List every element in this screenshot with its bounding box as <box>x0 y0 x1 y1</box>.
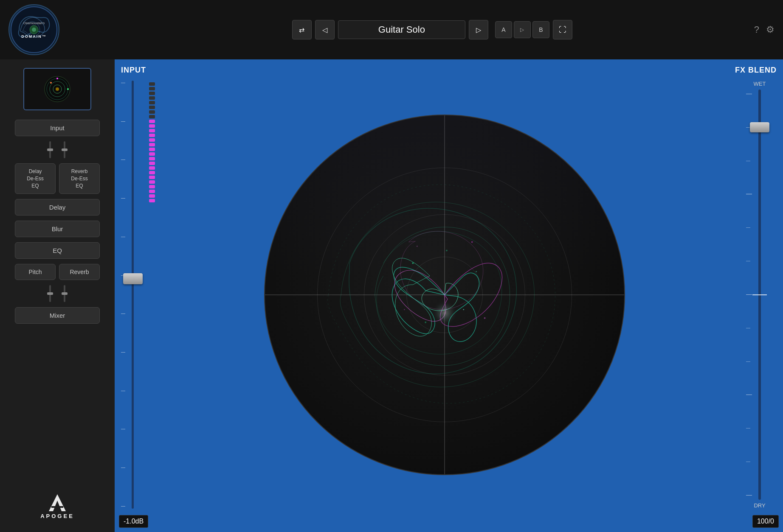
visualizer-box[interactable] <box>23 68 91 110</box>
apogee-text: APOGEE <box>0 513 115 519</box>
meter-dot-active <box>149 157 155 160</box>
tick <box>746 294 752 295</box>
shuffle-button[interactable]: ⇄ <box>292 20 312 39</box>
fx-blend-center-tick <box>752 294 767 295</box>
fx-ticks <box>746 90 752 500</box>
meter-dot-active <box>149 171 155 174</box>
tick <box>746 261 750 261</box>
meter-dot-inactive <box>149 115 155 118</box>
meter-dot-active <box>149 148 155 151</box>
a-button[interactable]: A <box>495 21 512 38</box>
ab-group: A ▷ B <box>495 21 549 38</box>
delay-de-ess-eq-button[interactable]: DelayDe-EssEQ <box>15 163 56 194</box>
apogee-logo: APOGEE <box>0 492 115 519</box>
pitch-button[interactable]: Pitch <box>15 264 56 280</box>
meter-dot-inactive <box>149 82 155 86</box>
meter-dot-active <box>149 166 155 170</box>
meter-dot-active <box>149 176 155 179</box>
wet-label: WET <box>754 81 766 87</box>
svg-point-16 <box>476 271 477 272</box>
meter-dot-inactive <box>149 92 155 95</box>
tick <box>746 361 750 362</box>
tick <box>121 506 125 507</box>
blur-button[interactable]: Blur <box>15 221 100 237</box>
input-slider-left[interactable] <box>49 141 51 158</box>
fader-track[interactable] <box>132 81 134 509</box>
input-button[interactable]: Input <box>15 120 100 136</box>
meter-dot-active <box>149 162 155 165</box>
meter-dot-active <box>149 194 155 198</box>
meter-dot-active <box>149 129 155 132</box>
fader-column <box>121 81 142 509</box>
svg-point-10 <box>56 78 58 79</box>
fx-blend-thumb[interactable] <box>750 122 769 132</box>
eq-button[interactable]: EQ <box>15 242 100 259</box>
prev-button[interactable]: ◁ <box>315 20 335 39</box>
help-button[interactable]: ? <box>754 24 759 35</box>
svg-text:Clearmountain's: Clearmountain's <box>23 22 45 25</box>
tick <box>121 314 125 314</box>
tick <box>746 94 752 94</box>
settings-button[interactable]: ⚙ <box>766 24 775 35</box>
meter-dot-active <box>149 124 155 128</box>
meter-dot-inactive <box>149 106 155 109</box>
delay-button[interactable]: Delay <box>15 199 100 216</box>
tick <box>746 395 752 395</box>
meter-dot-inactive <box>149 96 155 100</box>
meter-dot-active <box>149 134 155 137</box>
radar-circle <box>264 115 625 475</box>
top-right-icons: ? ⚙ <box>754 24 775 35</box>
meter-dot-inactive <box>149 101 155 104</box>
tick <box>121 83 125 83</box>
apogee-icon <box>45 492 70 513</box>
main-area: INPUT FX BLEND <box>115 59 783 532</box>
radar-display <box>185 81 704 509</box>
svg-point-19 <box>446 249 448 251</box>
meter-strip <box>146 81 158 509</box>
mixer-button[interactable]: Mixer <box>15 307 100 324</box>
blend-value-box: 100/0 <box>752 515 779 528</box>
next-button[interactable]: ▷ <box>469 20 488 39</box>
input-slider-right[interactable] <box>64 141 65 158</box>
meter-dot-active <box>149 143 155 146</box>
logo: Clearmountain's DOMAIN™ <box>8 4 59 55</box>
svg-point-24 <box>411 276 478 343</box>
tick <box>746 161 750 161</box>
fx-blend-track[interactable] <box>758 90 761 500</box>
tick <box>121 391 125 391</box>
preset-name: Guitar Solo <box>338 20 465 39</box>
transport-area: ⇄ ◁ Guitar Solo ▷ A ▷ B ⛶ <box>119 20 746 39</box>
svg-point-23 <box>417 246 418 247</box>
fader-value-box: -1.0dB <box>119 515 148 528</box>
meter-dot-active <box>149 199 155 202</box>
tick <box>746 194 752 194</box>
meter-dot-inactive <box>149 87 155 90</box>
svg-point-12 <box>50 82 52 84</box>
pitch-slider[interactable] <box>49 285 51 302</box>
top-bar: Clearmountain's DOMAIN™ ⇄ ◁ Guitar Solo … <box>0 0 783 59</box>
tick <box>121 121 125 122</box>
meter-dot-inactive <box>149 110 155 114</box>
fader-thumb[interactable] <box>123 273 143 284</box>
reverb-de-ess-eq-button[interactable]: ReverbDe-EssEQ <box>59 163 100 194</box>
reverb-button[interactable]: Reverb <box>59 264 100 280</box>
svg-point-22 <box>484 317 486 319</box>
meter-dot-active <box>149 120 155 123</box>
tick <box>746 227 750 228</box>
expand-button[interactable]: ⛶ <box>553 20 572 39</box>
tick <box>121 237 125 237</box>
svg-text:DOMAIN™: DOMAIN™ <box>21 34 47 39</box>
reverb-slider[interactable] <box>64 285 65 302</box>
tick <box>746 428 750 428</box>
pitch-reverb-sliders <box>15 285 100 302</box>
b-button[interactable]: B <box>532 21 549 38</box>
tick <box>121 468 125 468</box>
visualizer-svg <box>36 74 79 104</box>
tick <box>746 328 750 328</box>
ab-play-button[interactable]: ▷ <box>514 21 531 38</box>
tick <box>746 462 750 462</box>
svg-point-21 <box>404 309 405 310</box>
meter-dot-active <box>149 185 155 188</box>
meter-dot-active <box>149 180 155 184</box>
meter-dot-active <box>149 138 155 142</box>
